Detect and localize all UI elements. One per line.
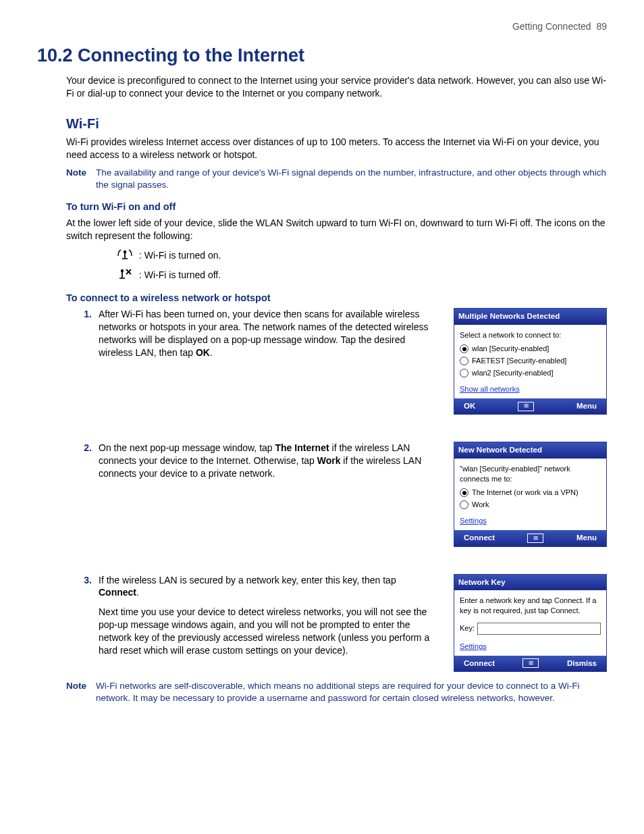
mock1-show-all-link[interactable]: Show all networks <box>460 384 520 394</box>
mock-multiple-networks: Multiple Networks Detected Select a netw… <box>454 308 607 415</box>
radio-selected-icon <box>460 344 468 353</box>
step-1-number: 1. <box>77 308 92 415</box>
keyboard-icon[interactable] <box>518 402 534 411</box>
radio-selected-icon <box>460 488 468 497</box>
mock1-option-2[interactable]: FAETEST [Security-enabled] <box>460 356 601 366</box>
page-number: 89 <box>596 21 607 32</box>
keyboard-icon[interactable] <box>527 533 543 543</box>
mock2-settings-link[interactable]: Settings <box>460 516 487 526</box>
note-label: Note <box>66 167 86 191</box>
mock2-menu-button[interactable]: Menu <box>576 533 597 544</box>
step-3-number: 3. <box>77 574 92 673</box>
mock3-settings-link[interactable]: Settings <box>460 642 487 652</box>
step-1-body: After Wi-Fi has been turned on, your dev… <box>99 308 433 415</box>
section-name: Getting Connected <box>512 21 591 32</box>
radio-icon <box>460 500 468 509</box>
mock3-dismiss-button[interactable]: Dismiss <box>567 658 597 669</box>
note-1: Note The availability and range of your … <box>66 167 607 191</box>
mock2-connect-button[interactable]: Connect <box>464 533 495 544</box>
page-title: 10.2 Connecting to the Internet <box>37 43 607 68</box>
mock1-option-3[interactable]: wlan2 [Security-enabled] <box>460 368 601 378</box>
mock3-title: Network Key <box>454 575 606 591</box>
step-3-body: If the wireless LAN is secured by a netw… <box>99 574 433 673</box>
wifi-off-icon <box>115 267 135 283</box>
wifi-on-icon <box>115 248 135 263</box>
mock2-title: New Network Detected <box>454 442 606 459</box>
onoff-text: At the lower left side of your device, s… <box>66 217 607 242</box>
keyboard-icon[interactable] <box>522 658 539 668</box>
wifi-on-row: : Wi-Fi is turned on. <box>115 248 607 263</box>
wifi-off-row: : Wi-Fi is turned off. <box>115 267 607 283</box>
mock1-menu-button[interactable]: Menu <box>576 401 597 412</box>
wifi-on-label: : Wi-Fi is turned on. <box>139 249 221 262</box>
mock3-key-input[interactable] <box>477 623 601 635</box>
mock1-option-1[interactable]: wlan [Security-enabled] <box>460 344 601 354</box>
mock1-prompt: Select a network to connect to: <box>460 330 601 340</box>
mock3-key-label: Key: <box>460 623 475 633</box>
radio-icon <box>460 357 468 365</box>
mock1-title: Multiple Networks Detected <box>454 309 606 325</box>
mock-new-network: New Network Detected "wlan [Security-ena… <box>454 442 607 546</box>
running-header: Getting Connected 89 <box>37 20 607 33</box>
note-text: The availability and range of your devic… <box>96 167 607 191</box>
radio-icon <box>460 369 468 377</box>
note-label: Note <box>66 680 86 704</box>
wifi-intro: Wi-Fi provides wireless Internet access … <box>66 136 607 161</box>
svg-point-0 <box>124 250 126 253</box>
connect-heading: To connect to a wireless network or hots… <box>66 292 607 305</box>
mock1-ok-button[interactable]: OK <box>464 401 475 412</box>
wifi-heading: Wi-Fi <box>66 115 607 133</box>
step-2-body: On the next pop-up message window, tap T… <box>99 442 433 546</box>
mock2-option-work[interactable]: Work <box>460 500 601 510</box>
mock3-prompt: Enter a network key and tap Connect. If … <box>460 596 601 616</box>
onoff-heading: To turn Wi-Fi on and off <box>66 201 607 214</box>
mock3-connect-button[interactable]: Connect <box>464 658 495 669</box>
step-2-number: 2. <box>77 442 92 546</box>
intro-paragraph: Your device is preconfigured to connect … <box>66 74 607 100</box>
note-text: Wi-Fi networks are self-discoverable, wh… <box>96 680 607 704</box>
svg-point-3 <box>121 269 124 271</box>
wifi-off-label: : Wi-Fi is turned off. <box>139 269 221 282</box>
mock-network-key: Network Key Enter a network key and tap … <box>454 574 607 673</box>
mock2-prompt: "wlan [Security-enabled]" network connec… <box>460 464 601 484</box>
note-2: Note Wi-Fi networks are self-discoverabl… <box>66 680 607 704</box>
mock2-option-internet[interactable]: The Internet (or work via a VPN) <box>460 488 601 498</box>
